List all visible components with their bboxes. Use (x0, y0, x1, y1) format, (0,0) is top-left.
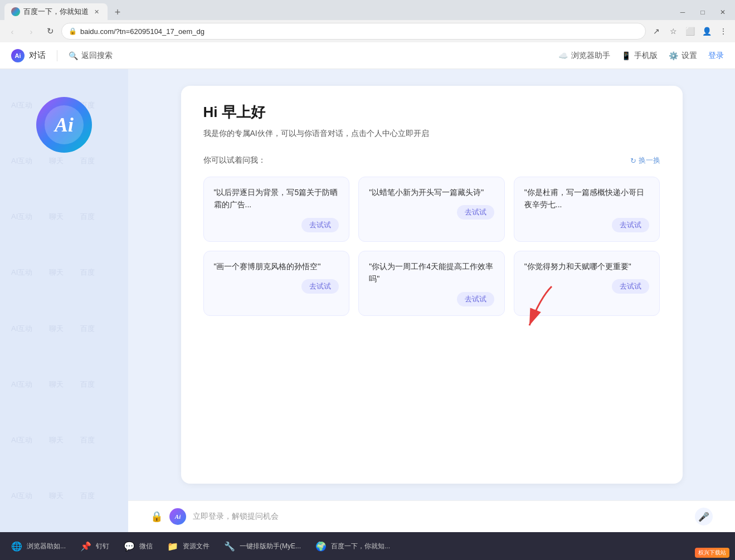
active-tab[interactable]: 百度一下，你就知道 ✕ (4, 3, 108, 20)
input-bar: 🔒 Ai 立即登录，解锁提问机会 🎤 (128, 500, 735, 532)
mic-icon: 🎤 (698, 512, 709, 522)
main-layout: AI互动聊天百度 AI互动聊天百度 AI互动聊天百度 AI互动聊天百度 AI互动… (0, 69, 735, 532)
suggestion-card-1[interactable]: "以蜡笔小新为开头写一篇藏头诗" 去试试 (358, 177, 505, 242)
taskbar-item-baidu[interactable]: 🌍 百度一下，你就知... (309, 535, 396, 557)
input-placeholder[interactable]: 立即登录，解锁提问机会 (193, 512, 688, 522)
page-content: Ai 对话 🔍 返回搜索 ☁️ 浏览器助手 📱 手机版 ⚙️ 设置 登录 (0, 42, 735, 532)
tab-close-btn[interactable]: ✕ (92, 7, 101, 16)
header-right: ☁️ 浏览器助手 📱 手机版 ⚙️ 设置 登录 (558, 51, 724, 61)
share-btn[interactable]: ↗ (649, 24, 664, 38)
input-ai-icon[interactable]: Ai (169, 508, 186, 525)
cloud-icon: ☁️ (558, 51, 568, 60)
close-btn[interactable]: ✕ (715, 4, 731, 20)
sidebar: AI互动聊天百度 AI互动聊天百度 AI互动聊天百度 AI互动聊天百度 AI互动… (0, 69, 128, 532)
login-btn[interactable]: 登录 (708, 51, 724, 61)
try-btn-0[interactable]: 去试试 (301, 218, 339, 232)
taskbar-icon-wechat: 💬 (123, 539, 136, 553)
suggestion-text-5: "你觉得努力和天赋哪个更重要" (524, 260, 650, 272)
ai-avatar: Ai (36, 97, 92, 153)
mobile-icon: 📱 (621, 51, 631, 60)
taskbar-icon-formatter: 🔧 (223, 539, 236, 553)
address-actions: ↗ ☆ ⬜ 👤 ⋮ (649, 24, 731, 38)
header-separator (57, 50, 57, 61)
taskbar-icon-browser: 🌐 (10, 539, 23, 553)
greeting-title: Hi 早上好 (203, 103, 660, 122)
try-btn-1[interactable]: 去试试 (457, 205, 494, 220)
address-bar-row: ‹ › ↻ 🔒 baidu.com/?tn=62095104_17_oem_dg… (0, 20, 735, 42)
app-header: Ai 对话 🔍 返回搜索 ☁️ 浏览器助手 📱 手机版 ⚙️ 设置 登录 (0, 42, 735, 69)
new-tab-button[interactable]: + (110, 4, 125, 20)
address-text: baidu.com/?tn=62095104_17_oem_dg (80, 27, 639, 36)
copyright-badge: 权兴下载站 (695, 548, 729, 558)
taskbar-item-files[interactable]: 📁 资源文件 (160, 535, 215, 557)
refresh-btn[interactable]: ↻ (42, 23, 58, 39)
taskbar-label-formatter: 一键排版助手(MyE... (240, 542, 301, 551)
greeting-section: Hi 早上好 我是你的专属AI伙伴，可以与你语音对话，点击个人中心立即开启 (203, 103, 660, 139)
refresh-btn[interactable]: ↻ 换一换 (630, 155, 660, 165)
suggestion-card-3[interactable]: "画一个赛博朋克风格的孙悟空" 去试试 (203, 251, 350, 316)
suggestion-text-2: "你是杜甫，写一篇感概快递小哥日夜辛劳七... (524, 186, 650, 211)
tab-title: 百度一下，你就知道 (23, 7, 89, 17)
sidebar-toggle-btn[interactable]: ⬜ (683, 24, 697, 38)
taskbar-label-wechat: 微信 (139, 542, 153, 551)
suggestion-text-4: "你认为一周工作4天能提高工作效率吗" (369, 260, 494, 285)
window-controls: ─ □ ✕ (675, 4, 731, 20)
input-lock-icon: 🔒 (150, 510, 163, 523)
try-btn-3[interactable]: 去试试 (301, 279, 339, 294)
taskbar-item-browser[interactable]: 🌐 浏览器助如... (4, 535, 71, 557)
suggestion-card-5[interactable]: "你觉得努力和天赋哪个更重要" 去试试 (514, 251, 660, 316)
chat-container: Hi 早上好 我是你的专属AI伙伴，可以与你语音对话，点击个人中心立即开启 你可… (181, 86, 683, 484)
nav-chat-label[interactable]: 对话 (29, 50, 46, 61)
restore-btn[interactable]: □ (695, 4, 710, 20)
suggestions-grid: "以后羿逐日为背景，写5篇关于防晒霜的广告... 去试试 "以蜡笔小新为开头写一… (203, 177, 660, 316)
ai-avatar-text: Ai (55, 113, 74, 137)
browser-assistant-btn[interactable]: ☁️ 浏览器助手 (558, 51, 610, 61)
ai-logo-text: Ai (15, 52, 21, 59)
try-section-header: 你可以试着问我： ↻ 换一换 (203, 155, 660, 165)
taskbar-icon-baidu: 🌍 (314, 539, 328, 553)
gear-icon: ⚙️ (669, 51, 678, 60)
try-btn-5[interactable]: 去试试 (612, 279, 649, 294)
ai-logo: Ai (11, 49, 25, 62)
taskbar-label-files: 资源文件 (183, 542, 210, 551)
bookmark-btn[interactable]: ☆ (666, 24, 680, 38)
taskbar-item-formatter[interactable]: 🔧 一键排版助手(MyE... (217, 535, 306, 557)
mobile-version-btn[interactable]: 📱 手机版 (621, 51, 658, 61)
taskbar-icon-files: 📁 (166, 539, 179, 553)
refresh-icon: ↻ (630, 157, 636, 165)
tab-favicon (11, 7, 20, 16)
refresh-label: 换一换 (639, 155, 660, 165)
menu-btn[interactable]: ⋮ (716, 24, 731, 38)
suggestion-text-3: "画一个赛博朋克风格的孙悟空" (214, 260, 339, 272)
try-btn-2[interactable]: 去试试 (612, 218, 649, 232)
taskbar-icon-dingding: 📌 (79, 539, 93, 553)
tab-bar: 百度一下，你就知道 ✕ + ─ □ ✕ (0, 0, 735, 20)
taskbar-label-browser: 浏览器助如... (27, 542, 66, 551)
suggestion-card-2[interactable]: "你是杜甫，写一篇感概快递小哥日夜辛劳七... 去试试 (514, 177, 660, 242)
address-bar[interactable]: 🔒 baidu.com/?tn=62095104_17_oem_dg (61, 23, 646, 40)
header-left: Ai 对话 (11, 49, 46, 62)
search-icon: 🔍 (69, 51, 78, 60)
lock-icon: 🔒 (69, 27, 77, 35)
try-label: 你可以试着问我： (203, 155, 266, 165)
minimize-btn[interactable]: ─ (675, 4, 690, 20)
forward-btn[interactable]: › (23, 23, 39, 39)
greeting-subtitle: 我是你的专属AI伙伴，可以与你语音对话，点击个人中心立即开启 (203, 129, 660, 139)
suggestion-text-1: "以蜡笔小新为开头写一篇藏头诗" (369, 186, 494, 198)
taskbar-label-baidu: 百度一下，你就知... (331, 542, 390, 551)
suggestion-card-4[interactable]: "你认为一周工作4天能提高工作效率吗" 去试试 (358, 251, 505, 316)
search-back-btn[interactable]: 🔍 返回搜索 (69, 51, 113, 61)
content-area: Hi 早上好 我是你的专属AI伙伴，可以与你语音对话，点击个人中心立即开启 你可… (128, 69, 735, 500)
back-btn[interactable]: ‹ (4, 23, 20, 39)
search-back-label: 返回搜索 (81, 51, 113, 61)
mic-btn[interactable]: 🎤 (695, 508, 713, 525)
suggestion-text-0: "以后羿逐日为背景，写5篇关于防晒霜的广告... (214, 186, 339, 211)
taskbar-item-wechat[interactable]: 💬 微信 (117, 535, 158, 557)
taskbar-label-dingding: 钉钉 (96, 542, 109, 551)
browser-chrome: 百度一下，你就知道 ✕ + ─ □ ✕ ‹ › ↻ 🔒 baidu.com/?t… (0, 0, 735, 42)
settings-btn[interactable]: ⚙️ 设置 (669, 51, 697, 61)
try-btn-4[interactable]: 去试试 (457, 292, 494, 306)
taskbar-item-dingding[interactable]: 📌 钉钉 (74, 535, 115, 557)
suggestion-card-0[interactable]: "以后羿逐日为背景，写5篇关于防晒霜的广告... 去试试 (203, 177, 350, 242)
profile-btn[interactable]: 👤 (699, 24, 714, 38)
